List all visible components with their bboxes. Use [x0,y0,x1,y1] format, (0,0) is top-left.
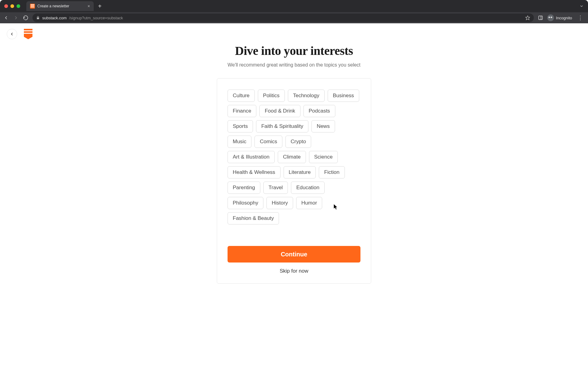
tab-overflow-icon[interactable] [579,4,588,8]
incognito-icon [547,14,554,21]
secure-lock-icon [36,16,40,20]
window-controls [0,4,24,8]
topic-chip[interactable]: Literature [284,166,316,178]
topic-chip[interactable]: Fiction [319,166,345,178]
topic-chip[interactable]: Crypto [285,136,311,148]
topic-chip[interactable]: Parenting [228,182,260,194]
page-subhead: We'll recommend great writing based on t… [217,62,371,68]
svg-rect-1 [539,16,542,20]
topic-chip[interactable]: Food & Drink [259,105,300,117]
browser-menu-icon[interactable]: ⋮ [576,14,585,21]
interests-card: CulturePoliticsTechnologyBusinessFinance… [217,78,371,284]
browser-tab[interactable]: Create a newsletter × [26,1,94,11]
new-tab-button[interactable]: + [94,3,106,10]
topic-chip[interactable]: News [311,120,335,132]
topic-chip[interactable]: Travel [263,182,288,194]
page-content: Dive into your interests We'll recommend… [0,23,588,368]
topic-chip[interactable]: Comics [254,136,282,148]
topic-chip[interactable]: Politics [258,90,285,102]
topic-chip[interactable]: Climate [278,151,306,163]
topic-chip[interactable]: Science [309,151,338,163]
tab-title: Create a newsletter [37,4,85,8]
topic-chip[interactable]: Education [291,182,325,194]
browser-tab-bar: Create a newsletter × + [0,0,588,12]
topic-chip[interactable]: Humor [296,197,322,209]
browser-toolbar: substack.com/signup?utm_source=substack … [0,12,588,23]
incognito-indicator[interactable]: Incognito [547,14,572,21]
bookmark-star-icon[interactable] [525,15,530,20]
incognito-label: Incognito [556,16,572,20]
skip-link[interactable]: Skip for now [228,268,360,274]
topic-chip[interactable]: History [266,197,293,209]
topic-chip[interactable]: Business [328,90,359,102]
topic-chip[interactable]: Finance [228,105,256,117]
topic-chip[interactable]: Technology [288,90,325,102]
app-back-button[interactable] [7,29,17,39]
window-close-button[interactable] [4,4,8,8]
app-header [7,29,32,39]
substack-logo-icon[interactable] [24,29,32,39]
page-headline: Dive into your interests [217,44,371,58]
topic-chip-list: CulturePoliticsTechnologyBusinessFinance… [228,90,360,224]
extensions-icon[interactable] [537,15,544,21]
topic-chip[interactable]: Music [228,136,251,148]
substack-favicon-icon [30,4,35,9]
window-minimize-button[interactable] [10,4,14,8]
topic-chip[interactable]: Health & Wellness [228,166,281,178]
nav-back-icon[interactable] [3,15,9,21]
topic-chip[interactable]: Faith & Spirituality [256,120,308,132]
topic-chip[interactable]: Philosophy [228,197,263,209]
url-path: /signup?utm_source=substack [69,16,123,20]
window-maximize-button[interactable] [17,4,20,8]
url-host: substack.com [42,16,66,20]
continue-button[interactable]: Continue [228,246,360,263]
topic-chip[interactable]: Sports [228,120,253,132]
nav-forward-icon [13,15,19,21]
topic-chip[interactable]: Culture [228,90,255,102]
topic-chip[interactable]: Art & Illustration [228,151,275,163]
topic-chip[interactable]: Fashion & Beauty [228,212,279,224]
svg-marker-0 [526,16,530,20]
address-bar[interactable]: substack.com/signup?utm_source=substack [32,13,534,22]
topic-chip[interactable]: Podcasts [303,105,335,117]
tab-close-icon[interactable]: × [88,4,90,9]
reload-icon[interactable] [23,15,29,21]
